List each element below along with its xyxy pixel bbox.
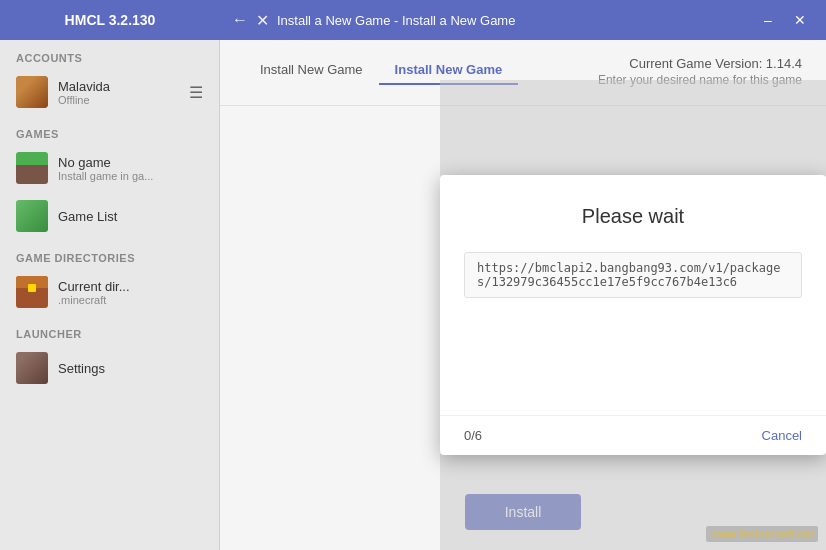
settings-icon xyxy=(16,352,48,384)
nav-controls: ← ✕ xyxy=(232,11,269,30)
launcher-section-label: LAUNCHER xyxy=(0,316,219,344)
app-title: HMCL 3.2.130 xyxy=(65,12,156,28)
modal-progress: 0/6 xyxy=(464,428,482,443)
tab-title: Install a New Game - Install a New Game xyxy=(277,13,754,28)
sidebar-item-current-dir[interactable]: Current dir... .minecraft xyxy=(0,268,219,316)
game-list-icon xyxy=(16,200,48,232)
no-game-icon xyxy=(16,152,48,184)
account-info: Malavida Offline xyxy=(58,79,110,106)
modal-dialog: Please wait https://bmclapi2.bangbang93.… xyxy=(440,175,826,455)
title-bar-content: ← ✕ Install a New Game - Install a New G… xyxy=(220,6,826,34)
minimize-button[interactable]: – xyxy=(754,6,782,34)
modal-spacer xyxy=(464,298,802,358)
main-window: HMCL 3.2.130 ← ✕ Install a New Game - In… xyxy=(0,0,826,550)
main-content: Install New Game Install New Game Curren… xyxy=(220,40,826,550)
modal-cancel-button[interactable]: Cancel xyxy=(762,428,802,443)
sidebar-item-account[interactable]: Malavida Offline ☰ xyxy=(0,68,219,116)
current-dir-info: Current dir... .minecraft xyxy=(58,279,130,306)
modal-overlay: Please wait https://bmclapi2.bangbang93.… xyxy=(440,80,826,550)
sidebar-item-settings[interactable]: Settings xyxy=(0,344,219,392)
games-section-label: GAMES xyxy=(0,116,219,144)
modal-body: Please wait https://bmclapi2.bangbang93.… xyxy=(440,175,826,415)
current-dir-sub: .minecraft xyxy=(58,294,130,306)
no-game-sub: Install game in ga... xyxy=(58,170,153,182)
sidebar: ACCOUNTS Malavida Offline ☰ GAMES No gam… xyxy=(0,40,220,550)
accounts-section-label: ACCOUNTS xyxy=(0,40,219,68)
modal-footer: 0/6 Cancel xyxy=(440,415,826,455)
menu-icon[interactable]: ☰ xyxy=(189,83,203,102)
close-nav-icon[interactable]: ✕ xyxy=(256,11,269,30)
settings-info: Settings xyxy=(58,361,105,376)
no-game-name: No game xyxy=(58,155,153,170)
version-info: Current Game Version: 1.14.4 xyxy=(598,56,802,71)
current-dir-icon xyxy=(16,276,48,308)
settings-name: Settings xyxy=(58,361,105,376)
window-close-button[interactable]: ✕ xyxy=(786,6,814,34)
no-game-info: No game Install game in ga... xyxy=(58,155,153,182)
modal-url: https://bmclapi2.bangbang93.com/v1/packa… xyxy=(464,252,802,298)
sidebar-item-no-game[interactable]: No game Install game in ga... xyxy=(0,144,219,192)
current-dir-name: Current dir... xyxy=(58,279,130,294)
app-title-section: HMCL 3.2.130 xyxy=(0,12,220,28)
window-controls: – ✕ xyxy=(754,6,814,34)
back-icon[interactable]: ← xyxy=(232,11,248,29)
account-name: Malavida xyxy=(58,79,110,94)
game-dirs-section-label: GAME DIRECTORIES xyxy=(0,240,219,268)
game-list-name: Game List xyxy=(58,209,117,224)
title-bar: HMCL 3.2.130 ← ✕ Install a New Game - In… xyxy=(0,0,826,40)
modal-title: Please wait xyxy=(464,205,802,228)
account-status: Offline xyxy=(58,94,110,106)
game-list-info: Game List xyxy=(58,209,117,224)
sidebar-item-game-list[interactable]: Game List xyxy=(0,192,219,240)
content-area: ACCOUNTS Malavida Offline ☰ GAMES No gam… xyxy=(0,40,826,550)
account-icon xyxy=(16,76,48,108)
tab-install-1[interactable]: Install New Game xyxy=(244,56,379,85)
